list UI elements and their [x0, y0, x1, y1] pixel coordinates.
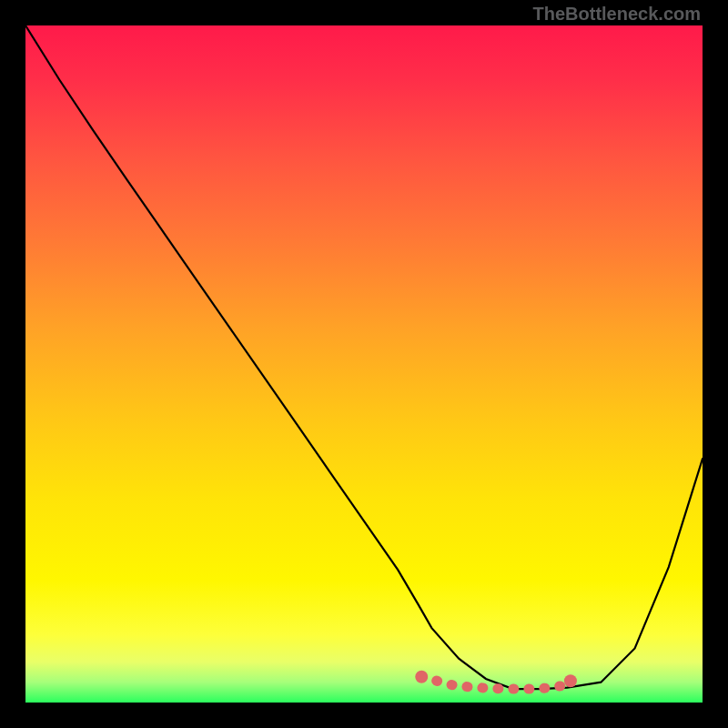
watermark-label: TheBottleneck.com	[533, 4, 701, 25]
chart-frame: TheBottleneck.com	[0, 0, 728, 728]
black-curve	[25, 25, 703, 689]
chart-svg	[25, 25, 703, 703]
pink-end-dot	[415, 671, 428, 683]
plot-area	[25, 25, 703, 703]
pink-dots	[415, 671, 577, 689]
pink-end-dot	[564, 674, 577, 687]
black-curve-path	[25, 25, 703, 689]
